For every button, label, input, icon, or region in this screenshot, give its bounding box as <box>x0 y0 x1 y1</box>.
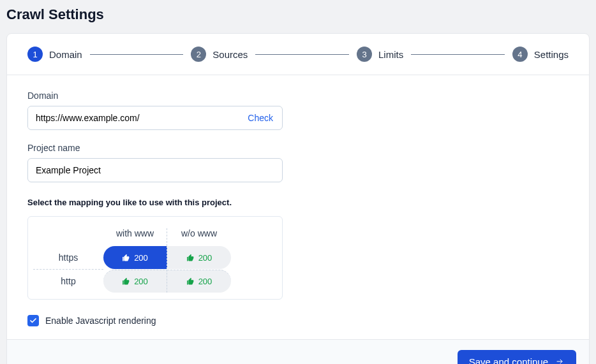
step-num: 4 <box>512 47 528 62</box>
mapping-header-with-www: with www <box>103 228 167 246</box>
mapping-cell-https-www[interactable]: 200 <box>103 246 167 269</box>
step-sources[interactable]: 2 Sources <box>191 47 248 62</box>
step-divider <box>411 54 505 55</box>
arrow-right-icon <box>555 356 565 364</box>
thumb-up-icon <box>186 254 195 262</box>
card-footer: Save and continue <box>7 339 589 364</box>
project-name-input[interactable] <box>27 158 283 182</box>
thumb-up-icon <box>186 277 195 286</box>
mapping-row-https: https <box>33 246 103 269</box>
domain-label: Domain <box>27 91 569 101</box>
check-button[interactable]: Check <box>239 113 282 123</box>
js-rendering-label: Enable Javascript rendering <box>45 316 156 326</box>
domain-input[interactable] <box>28 108 239 128</box>
step-label: Settings <box>534 49 569 60</box>
save-button-label: Save and continue <box>469 356 548 364</box>
step-limits[interactable]: 3 Limits <box>357 47 403 62</box>
mapping-cell-http-www[interactable]: 200 <box>103 270 167 293</box>
status-code: 200 <box>198 253 212 263</box>
status-code: 200 <box>134 253 148 263</box>
stepper: 1 Domain 2 Sources 3 Limits 4 Settings <box>7 34 589 75</box>
js-rendering-checkbox[interactable] <box>27 315 39 326</box>
step-settings[interactable]: 4 Settings <box>512 47 569 62</box>
page-title: Crawl Settings <box>6 6 590 23</box>
domain-input-group: Check <box>27 106 283 130</box>
project-name-label: Project name <box>27 143 569 153</box>
check-icon <box>29 317 37 324</box>
step-domain[interactable]: 1 Domain <box>27 47 82 62</box>
step-num: 2 <box>191 47 206 62</box>
mapping-label: Select the mapping you like to use with … <box>27 198 569 207</box>
step-divider <box>255 54 349 55</box>
js-rendering-row: Enable Javascript rendering <box>27 315 569 326</box>
step-label: Sources <box>212 49 248 60</box>
save-continue-button[interactable]: Save and continue <box>458 350 576 364</box>
mapping-cell-http-nowww[interactable]: 200 <box>167 270 231 293</box>
thumb-up-icon <box>122 277 130 286</box>
settings-card: 1 Domain 2 Sources 3 Limits 4 Settings D… <box>6 33 590 364</box>
status-code: 200 <box>134 277 148 286</box>
step-label: Domain <box>49 49 82 60</box>
step-label: Limits <box>378 49 403 60</box>
thumb-up-icon <box>122 254 130 262</box>
step-divider <box>90 54 184 55</box>
mapping-header-without-www: w/o www <box>167 228 231 246</box>
mapping-cell-https-nowww[interactable]: 200 <box>167 246 231 269</box>
form-body: Domain Check Project name Select the map… <box>7 75 589 339</box>
step-num: 3 <box>357 47 372 62</box>
mapping-row-http: http <box>33 269 103 293</box>
step-num: 1 <box>27 47 43 62</box>
mapping-box: with www w/o www https 200 200 http <box>27 216 283 300</box>
status-code: 200 <box>198 277 212 286</box>
